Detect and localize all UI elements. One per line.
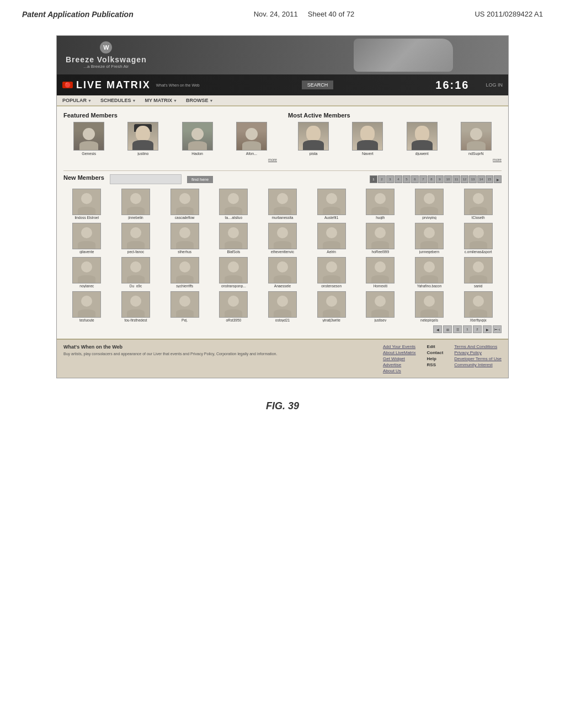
new-member-avatar [268, 189, 297, 215]
new-member-avatar [72, 189, 101, 215]
featured-member-card: Genesis [63, 122, 114, 156]
new-member-card: etheventtenvic [259, 223, 306, 254]
page-1[interactable]: 1 [463, 325, 472, 333]
new-member-avatar [219, 257, 248, 283]
new-member-name: Aelrin [316, 250, 347, 254]
featured-member-name: Afon... [246, 152, 257, 156]
new-member-avatar [464, 223, 493, 249]
footer-dev-terms[interactable]: Developer Terms of Use [454, 356, 502, 361]
next-page[interactable]: ▶ [483, 325, 492, 333]
page-2[interactable]: 2 [473, 325, 482, 333]
footer-edit[interactable]: Edit [427, 344, 444, 349]
nav-schedules-label: SCHEDULES [100, 98, 131, 103]
page-num[interactable]: 4 [395, 175, 402, 183]
nav-item-popular[interactable]: POPULAR ▼ [62, 98, 92, 103]
page-grid-icon[interactable]: ⊞ [443, 325, 452, 333]
nav-item-schedules[interactable]: SCHEDULES ▼ [100, 98, 136, 103]
new-member-name: sanid [463, 284, 494, 288]
featured-more-button[interactable]: more [268, 158, 277, 162]
featured-member-avatar [236, 122, 267, 151]
new-member-avatar [268, 257, 297, 283]
page-num[interactable]: 3 [386, 175, 394, 183]
featured-member-name: Genesis [82, 152, 96, 156]
footer-community[interactable]: Community Interest [454, 362, 502, 367]
new-member-avatar [464, 257, 493, 283]
active-member-avatar [352, 122, 383, 151]
footer-about-us[interactable]: About Us [383, 368, 416, 373]
patent-number: US 2011/0289422 A1 [475, 10, 543, 18]
page-num[interactable]: 9 [436, 175, 444, 183]
footer-title: What's When on the Web [63, 344, 372, 350]
new-members-grid-row2: gilavente pect-fanoc stherhus BlafSols [63, 223, 502, 254]
footer-help[interactable]: Help [427, 356, 444, 361]
page-num[interactable]: 5 [403, 175, 411, 183]
section-divider [63, 170, 502, 171]
page-num[interactable]: 2 [378, 175, 386, 183]
footer-privacy[interactable]: Privacy Policy [454, 350, 502, 355]
last-page[interactable]: ⊢⊣ [493, 325, 502, 333]
most-active-section: Most Active Members pista [288, 112, 502, 166]
new-member-avatar [72, 223, 101, 249]
find-button[interactable]: find here [187, 176, 213, 183]
figure-caption: FIG. 39 [0, 400, 565, 412]
banner-car-image [354, 39, 453, 72]
patent-date-sheet: Nov. 24, 2011 Sheet 40 of 72 [254, 10, 355, 18]
new-members-grid-row1: lindoss Elstroel jinnebelin cascadeflow … [63, 189, 502, 220]
new-member-name: BlafSols [218, 250, 249, 254]
active-more-row: more [288, 158, 502, 162]
new-member-name: tCloseth [463, 216, 494, 220]
footer-advertise[interactable]: Advertise [383, 362, 416, 367]
page-num[interactable]: 10 [444, 175, 452, 183]
live-matrix-title: LIVE MATRIX [76, 79, 151, 91]
new-member-card: ta....atsiluo [210, 189, 257, 220]
active-member-avatar [298, 122, 329, 151]
footer-get-widget[interactable]: Get Widget [383, 356, 416, 361]
patent-date: Nov. 24, 2011 [254, 10, 298, 18]
new-member-card: onstransponp... [210, 257, 257, 288]
new-member-card: onstenseson [308, 257, 355, 288]
new-member-card: netepirgels [406, 291, 453, 322]
new-member-card: hoReel999 [357, 223, 404, 254]
page-num[interactable]: 12 [461, 175, 468, 183]
new-member-avatar [268, 223, 297, 249]
page-num[interactable]: 7 [419, 175, 427, 183]
main-content: W Breeze Volkswagen ...a Breeze of Fresh… [0, 24, 565, 389]
page-list-icon[interactable]: ☰ [453, 325, 462, 333]
new-member-card: c.omilenas&sport [455, 223, 502, 254]
page-num[interactable]: 13 [469, 175, 477, 183]
page-num[interactable]: 8 [428, 175, 435, 183]
prev-page[interactable]: ◀ [433, 325, 442, 333]
new-members-header: New Members find here 1 2 3 4 5 6 7 8 9 … [63, 174, 502, 184]
active-more-button[interactable]: more [493, 158, 502, 162]
nav-item-browse[interactable]: BROWSE ▼ [186, 98, 213, 103]
footer-contact[interactable]: Contact [427, 350, 444, 355]
new-member-name: oRst3950 [218, 318, 249, 322]
new-member-card: lindoss Elstroel [63, 189, 110, 220]
new-member-name: ostoyd21 [267, 318, 298, 322]
new-member-name: prvivying [414, 216, 445, 220]
footer-about-livematrix[interactable]: About LiveMatrix [383, 350, 416, 355]
page-num[interactable]: 1 [370, 175, 377, 183]
login-link[interactable]: LOG IN [486, 82, 503, 88]
footer-terms[interactable]: Terms And Conditions [454, 344, 502, 349]
featured-more-row: more [63, 158, 277, 162]
footer-rss[interactable]: RSS [427, 362, 444, 367]
search-button[interactable]: SEARCH [302, 81, 334, 89]
page-num[interactable]: ▶ [494, 175, 502, 183]
page-num[interactable]: 11 [452, 175, 460, 183]
new-member-card: Yahafino.bacon [406, 257, 453, 288]
nav-item-mymatrix[interactable]: MY MATRIX ▼ [145, 98, 177, 103]
new-member-name: Homexiti [365, 284, 396, 288]
active-member-name: ndSuprN [468, 152, 484, 156]
new-member-name: noylanec [71, 284, 102, 288]
new-member-name: jinnebelin [120, 216, 151, 220]
footer-add-events[interactable]: Add Your Events [383, 344, 416, 349]
new-member-avatar [121, 291, 150, 318]
new-member-name: Yahafino.bacon [414, 284, 445, 288]
page-num[interactable]: 14 [477, 175, 485, 183]
patent-publication-label: Patent Application Publication [22, 10, 134, 19]
page-num[interactable]: 6 [411, 175, 419, 183]
page-num[interactable]: 15 [486, 175, 493, 183]
new-members-search[interactable] [110, 174, 182, 184]
featured-members-title: Featured Members [63, 112, 277, 119]
